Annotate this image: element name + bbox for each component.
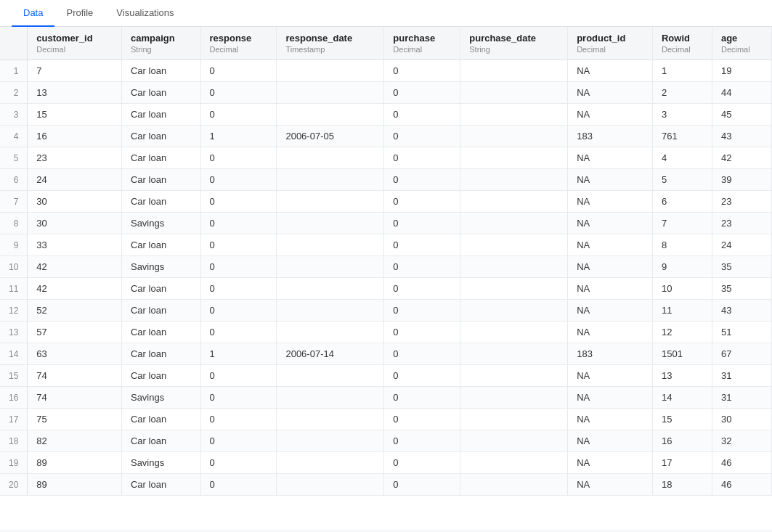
cell-purchase: 0 (384, 278, 460, 300)
cell-campaign: Car loan (121, 365, 200, 387)
cell-response_date: 2006-07-05 (277, 126, 384, 147)
table-row: 1463Car loan12006-07-140183150167 (0, 343, 772, 365)
row-number: 16 (0, 387, 28, 409)
cell-rowid: 9 (652, 256, 712, 278)
row-number: 8 (0, 213, 28, 234)
cell-purchase: 0 (384, 300, 460, 322)
cell-purchase_date (460, 234, 568, 256)
row-number: 17 (0, 409, 28, 430)
cell-product_id: NA (568, 452, 653, 474)
cell-response: 0 (200, 322, 277, 343)
cell-purchase_date (460, 169, 568, 191)
cell-customer_id: 30 (28, 213, 122, 234)
cell-response_date (277, 234, 384, 256)
cell-campaign: Car loan (121, 126, 200, 147)
col-type: Decimal (577, 45, 643, 54)
cell-purchase_date (460, 191, 568, 213)
cell-campaign: Car loan (121, 234, 200, 256)
cell-customer_id: 89 (28, 474, 122, 496)
cell-age: 30 (712, 409, 771, 430)
cell-customer_id: 42 (28, 278, 122, 300)
cell-rowid: 11 (652, 300, 712, 322)
col-header-response_date: response_dateTimestamp (277, 27, 384, 60)
col-header-response: responseDecimal (200, 27, 277, 60)
cell-product_id: NA (568, 409, 653, 430)
cell-purchase: 0 (384, 126, 460, 147)
cell-purchase: 0 (384, 430, 460, 452)
cell-campaign: Savings (121, 213, 200, 234)
cell-customer_id: 74 (28, 365, 122, 387)
cell-purchase: 0 (384, 322, 460, 343)
row-number: 18 (0, 430, 28, 452)
cell-purchase_date (460, 213, 568, 234)
cell-product_id: NA (568, 234, 653, 256)
row-number: 4 (0, 126, 28, 147)
cell-rowid: 8 (652, 234, 712, 256)
cell-product_id: 183 (568, 343, 653, 365)
tab-data[interactable]: Data (12, 0, 54, 27)
cell-rowid: 6 (652, 191, 712, 213)
table-row: 523Car loan00NA442 (0, 147, 772, 169)
tab-visualizations[interactable]: Visualizations (105, 0, 185, 27)
table-container: customer_idDecimalcampaignStringresponse… (0, 27, 772, 530)
cell-response_date (277, 278, 384, 300)
cell-response: 0 (200, 300, 277, 322)
cell-product_id: NA (568, 474, 653, 496)
table-row: 315Car loan00NA345 (0, 104, 772, 126)
cell-response: 0 (200, 474, 277, 496)
cell-purchase_date (460, 430, 568, 452)
cell-campaign: Car loan (121, 147, 200, 169)
cell-customer_id: 42 (28, 256, 122, 278)
cell-purchase: 0 (384, 365, 460, 387)
table-row: 624Car loan00NA539 (0, 169, 772, 191)
row-number: 3 (0, 104, 28, 126)
cell-product_id: NA (568, 60, 653, 82)
row-number: 20 (0, 474, 28, 496)
cell-response_date (277, 430, 384, 452)
col-name: purchase_date (469, 33, 536, 44)
col-header-purchase_date: purchase_dateString (460, 27, 568, 60)
table-row: 1142Car loan00NA1035 (0, 278, 772, 300)
table-row: 1357Car loan00NA1251 (0, 322, 772, 343)
cell-response: 0 (200, 169, 277, 191)
cell-product_id: NA (568, 322, 653, 343)
col-type: Decimal (662, 45, 703, 54)
col-header-campaign: campaignString (121, 27, 200, 60)
cell-purchase_date (460, 82, 568, 104)
cell-purchase_date (460, 60, 568, 82)
cell-age: 31 (712, 387, 771, 409)
cell-rowid: 1 (652, 60, 712, 82)
cell-age: 45 (712, 104, 771, 126)
cell-purchase: 0 (384, 169, 460, 191)
row-number: 14 (0, 343, 28, 365)
cell-purchase: 0 (384, 474, 460, 496)
table-row: 1674Savings00NA1431 (0, 387, 772, 409)
cell-rowid: 3 (652, 104, 712, 126)
cell-response: 0 (200, 365, 277, 387)
table-row: 730Car loan00NA623 (0, 191, 772, 213)
cell-response_date (277, 147, 384, 169)
col-type: String (131, 45, 192, 54)
cell-response: 0 (200, 256, 277, 278)
col-name: campaign (131, 33, 175, 44)
row-number: 11 (0, 278, 28, 300)
cell-response: 0 (200, 430, 277, 452)
tab-profile[interactable]: Profile (54, 0, 105, 27)
col-header-purchase: purchaseDecimal (384, 27, 460, 60)
cell-product_id: NA (568, 82, 653, 104)
table-row: 1042Savings00NA935 (0, 256, 772, 278)
cell-age: 39 (712, 169, 771, 191)
row-number: 6 (0, 169, 28, 191)
cell-rowid: 12 (652, 322, 712, 343)
cell-response_date (277, 191, 384, 213)
table-row: 1574Car loan00NA1331 (0, 365, 772, 387)
cell-campaign: Car loan (121, 409, 200, 430)
tab-bar: Data Profile Visualizations (0, 0, 772, 27)
col-type: Decimal (393, 45, 451, 54)
cell-purchase_date (460, 343, 568, 365)
cell-rowid: 7 (652, 213, 712, 234)
cell-campaign: Car loan (121, 343, 200, 365)
cell-response_date: 2006-07-14 (277, 343, 384, 365)
col-header-rowid: RowidDecimal (652, 27, 712, 60)
col-name: Rowid (662, 33, 690, 44)
